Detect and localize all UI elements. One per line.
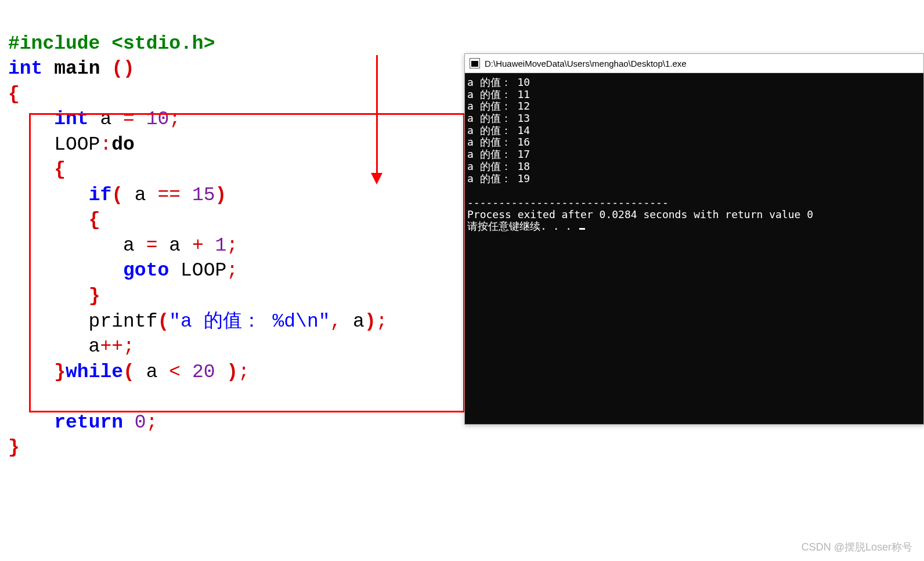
console-line: --------------------------------	[467, 196, 669, 208]
console-line: a 的值： 14	[467, 124, 530, 136]
console-line: a 的值： 13	[467, 112, 530, 124]
console-line: a 的值： 18	[467, 160, 530, 172]
console-line: a 的值： 17	[467, 148, 530, 160]
console-icon	[470, 58, 480, 68]
console-line: a 的值： 19	[467, 172, 530, 184]
console-line: Process exited after 0.0284 seconds with…	[467, 208, 813, 220]
console-line: 请按任意键继续. . .	[467, 220, 578, 232]
source-code: #include <stdio.h> int main () { int a =…	[8, 6, 388, 461]
console-window[interactable]: D:\HuaweiMoveData\Users\menghao\Desktop\…	[464, 53, 924, 425]
console-output[interactable]: a 的值： 10 a 的值： 11 a 的值： 12 a 的值： 13 a 的值…	[465, 73, 923, 424]
window-title: D:\HuaweiMoveData\Users\menghao\Desktop\…	[485, 59, 687, 68]
cursor-icon	[579, 228, 585, 230]
console-line: a 的值： 16	[467, 136, 530, 148]
window-title-bar[interactable]: D:\HuaweiMoveData\Users\menghao\Desktop\…	[465, 54, 923, 73]
console-line: a 的值： 10	[467, 76, 530, 88]
console-line: a 的值： 12	[467, 100, 530, 112]
console-line: a 的值： 11	[467, 88, 530, 100]
watermark: CSDN @摆脱Loser称号	[802, 540, 912, 554]
